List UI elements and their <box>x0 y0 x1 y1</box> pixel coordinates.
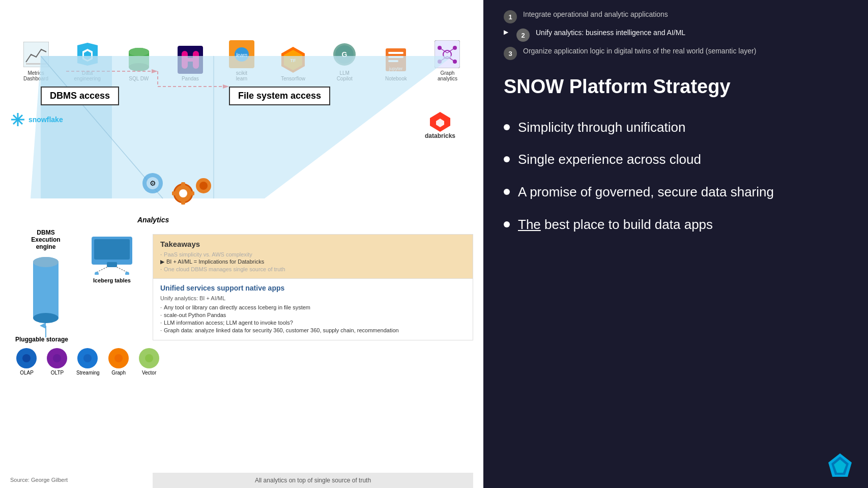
svg-point-54 <box>179 189 187 197</box>
snowflake-logo: snowflake <box>10 112 63 127</box>
databricks-text: databricks <box>425 132 455 139</box>
takeaways-top: Takeaways ·PaaS simplicity vs. AWS compl… <box>153 235 473 279</box>
dbms-access-box: DBMS access <box>41 87 119 105</box>
dbms-execution-label: DBMSExecutionengine <box>31 229 60 250</box>
bullet-dot-4 <box>504 221 510 227</box>
disk-streaming: Streaming <box>76 347 100 376</box>
left-panel: MetricsDashboard Dataengineering <box>0 0 483 488</box>
takeaways-bottom: Unified services support native apps Uni… <box>153 279 473 340</box>
bullet-item-2: Single experience across cloud <box>504 151 848 168</box>
disk-olap-label: OLAP <box>20 370 34 376</box>
svg-point-80 <box>53 354 61 362</box>
svg-rect-57 <box>172 191 177 195</box>
footer-bar: All analytics on top of single source of… <box>153 473 473 488</box>
storage-section: Pluggable storage OLAP OLTP <box>15 336 161 376</box>
funnel-svg <box>10 56 453 214</box>
unified-subtitle: Unify analytics: BI + AI/ML <box>160 295 466 301</box>
svg-rect-65 <box>33 262 59 318</box>
strategy-title: SNOW Platform Strategy <box>504 75 848 99</box>
svg-point-8 <box>129 48 149 56</box>
source-text: Source: George Gilbert <box>10 477 68 483</box>
svg-marker-42 <box>41 56 112 198</box>
svg-point-84 <box>114 354 123 362</box>
iceberg-section: Iceberg tables <box>86 234 137 283</box>
svg-point-74 <box>95 272 99 275</box>
disk-oltp-label: OLTP <box>51 370 64 376</box>
iceberg-label: Iceberg tables <box>86 277 137 283</box>
unified-item-3: ·LLM information access; LLM agent to in… <box>160 320 466 326</box>
bullet-dot-1 <box>504 124 510 130</box>
num-1: 1 <box>504 10 517 23</box>
right-panel: 1 Integrate operational and analytic app… <box>483 0 868 488</box>
svg-point-66 <box>33 313 59 323</box>
svg-rect-56 <box>181 199 185 205</box>
numbered-item-1: 1 Integrate operational and analytic app… <box>504 10 848 23</box>
bullet-text-3: A promise of governed, secure data shari… <box>518 184 774 201</box>
bullet-item-3: A promise of governed, secure data shari… <box>504 184 848 201</box>
numbered-text-3: Organize application logic in digital tw… <box>523 47 756 55</box>
diamond-icon <box>827 452 853 478</box>
svg-rect-23 <box>388 52 403 54</box>
play-icon: ▶ <box>504 28 508 36</box>
databricks-logo: databricks <box>425 109 455 139</box>
disk-vector-label: Vector <box>142 370 156 376</box>
bottom-content: DBMSExecutionengine <box>15 229 137 338</box>
bullet-list: Simplicity through unification Single ex… <box>504 119 848 234</box>
takeaway-item-2: ▶BI + AI/ML = Implications for Databrick… <box>160 259 466 265</box>
bullet-item-4: The best place to build data apps <box>504 216 848 234</box>
takeaway-item-1: ·PaaS simplicity vs. AWS complexity <box>160 251 466 257</box>
numbered-text-1: Integrate operational and analytic appli… <box>523 10 668 18</box>
svg-rect-71 <box>94 239 130 260</box>
svg-point-86 <box>145 354 153 362</box>
storage-label: Pluggable storage <box>15 336 161 343</box>
numbered-list: 1 Integrate operational and analytic app… <box>504 10 848 60</box>
storage-disks: OLAP OLTP Streaming <box>15 347 161 376</box>
disk-olap: OLAP <box>15 347 38 376</box>
num-2: 2 <box>516 28 530 42</box>
disk-graph: Graph <box>107 347 130 376</box>
svg-point-67 <box>33 257 59 267</box>
dbms-access-label: DBMS access <box>41 87 119 105</box>
bullet-dot-3 <box>504 189 510 195</box>
numbered-item-3: 3 Organize application logic in digital … <box>504 47 848 60</box>
svg-point-63 <box>199 182 208 190</box>
unified-item-2: ·scale-out Python Pandas <box>160 312 466 318</box>
disk-streaming-label: Streaming <box>76 370 100 376</box>
unified-item-1: ·Any tool or library can directly access… <box>160 304 466 310</box>
svg-rect-55 <box>181 182 185 187</box>
unified-item-4: ·Graph data: analyze linked data for sec… <box>160 327 466 333</box>
svg-point-75 <box>125 272 129 275</box>
analytics-area: ⚙ Analytics <box>122 158 224 224</box>
svg-text:⚙: ⚙ <box>150 179 156 187</box>
unified-title: Unified services support native apps <box>160 284 466 292</box>
svg-point-49 <box>16 118 19 121</box>
takeaways-title: Takeaways <box>160 240 466 248</box>
svg-rect-76 <box>107 262 117 267</box>
bullet-text-4: The best place to build data apps <box>518 216 713 234</box>
bullet-item-1: Simplicity through unification <box>504 119 848 136</box>
snowflake-text: snowflake <box>28 116 63 124</box>
bullet-text-2: Single experience across cloud <box>518 151 701 168</box>
svg-rect-58 <box>189 191 194 195</box>
numbered-item-2: ▶ 2 Unify analytics: business intelligen… <box>504 28 848 42</box>
disk-vector: Vector <box>138 347 161 376</box>
disk-oltp: OLTP <box>46 347 69 376</box>
svg-point-82 <box>83 354 92 362</box>
numbered-text-2: Unify analytics: business intelligence a… <box>536 28 685 37</box>
bullet-text-1: Simplicity through unification <box>518 119 686 136</box>
takeaway-item-3: ·One cloud DBMS manages single source of… <box>160 266 466 272</box>
num-3: 3 <box>504 47 517 60</box>
takeaways-container: Takeaways ·PaaS simplicity vs. AWS compl… <box>153 234 473 340</box>
filesystem-access-label: File system access <box>229 87 330 105</box>
bullet-dot-2 <box>504 156 510 162</box>
disk-graph-label: Graph <box>111 370 126 376</box>
dbms-execution-section: DBMSExecutionengine <box>15 229 76 338</box>
svg-point-78 <box>22 354 31 362</box>
filesystem-access-box: File system access <box>229 87 330 105</box>
